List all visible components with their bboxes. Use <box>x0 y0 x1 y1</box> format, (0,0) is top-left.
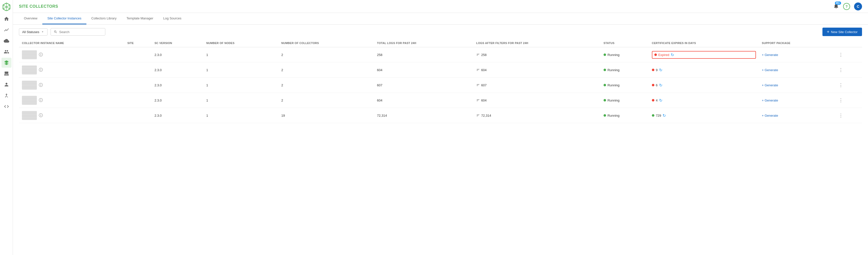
cell-more: ⋮ <box>835 47 862 62</box>
generate-button[interactable]: + Generate <box>762 83 832 87</box>
header-actions: 99+ ? C <box>833 2 862 10</box>
collector-thumbnail <box>22 65 37 74</box>
cell-filtered-logs: 258 <box>473 47 600 62</box>
tab-template[interactable]: Template Manager <box>122 13 158 24</box>
help-button[interactable]: ? <box>843 3 850 10</box>
cert-refresh-icon[interactable]: ↻ <box>662 113 666 118</box>
cell-more: ⋮ <box>835 62 862 77</box>
col-filtered-logs: LOGS AFTER FILTERS FOR PAST 24H <box>473 39 600 47</box>
cell-cert: 9 ↻ <box>649 62 759 77</box>
status-label: Running <box>608 68 620 72</box>
col-collectors: NUMBER OF COLLECTORS <box>278 39 374 47</box>
status-filter-dropdown[interactable]: All Statuses <box>19 28 48 36</box>
more-actions-button[interactable]: ⋮ <box>838 112 844 119</box>
generate-button[interactable]: + Generate <box>762 53 832 57</box>
search-input[interactable] <box>59 30 102 34</box>
sidebar-item-merge[interactable] <box>1 91 11 100</box>
cell-total-logs: 604 <box>374 93 473 108</box>
tab-logsources[interactable]: Log Sources <box>158 13 186 24</box>
sidebar-item-cloud[interactable] <box>1 36 11 46</box>
status-dot <box>603 54 606 56</box>
cell-nodes: 1 <box>204 62 278 77</box>
sidebar-item-graph[interactable] <box>1 25 11 35</box>
cert-cell: 729 ↻ <box>652 113 756 118</box>
cell-site <box>124 47 152 62</box>
cell-total-logs: 607 <box>374 77 473 93</box>
table-container: COLLECTOR INSTANCE NAME SITE SC VERSION … <box>13 39 868 255</box>
cert-refresh-icon[interactable]: ↻ <box>659 83 662 88</box>
new-site-collector-button[interactable]: + New Site Collector <box>823 28 862 36</box>
notification-bell[interactable]: 99+ <box>833 3 839 10</box>
more-actions-button[interactable]: ⋮ <box>838 66 844 73</box>
cell-collectors: 2 <box>278 47 374 62</box>
cell-collectors: 19 <box>278 108 374 123</box>
status-label: Running <box>608 53 620 57</box>
cert-dot <box>652 114 654 117</box>
generate-button[interactable]: + Generate <box>762 114 832 118</box>
status-dot <box>603 114 606 117</box>
cell-version: 2.3.0 <box>151 77 203 93</box>
status-label: Running <box>608 114 620 118</box>
cell-site <box>124 62 152 77</box>
status-dot <box>603 99 606 101</box>
sidebar-item-users[interactable] <box>1 79 11 90</box>
cell-filtered-logs: 604 <box>473 62 600 77</box>
more-actions-button[interactable]: ⋮ <box>838 82 844 89</box>
tab-overview[interactable]: Overview <box>19 13 42 24</box>
cell-name: ⓘ <box>19 77 124 93</box>
tab-library[interactable]: Collectors Library <box>86 13 122 24</box>
info-icon[interactable]: ⓘ <box>39 67 43 73</box>
info-icon[interactable]: ⓘ <box>39 83 43 88</box>
cert-refresh-icon[interactable]: ↻ <box>659 68 662 72</box>
collector-thumbnail <box>22 96 37 105</box>
table-header-row: COLLECTOR INSTANCE NAME SITE SC VERSION … <box>19 39 862 47</box>
cert-cell: 4 ↻ <box>652 98 756 103</box>
more-actions-button[interactable]: ⋮ <box>838 97 844 104</box>
cell-collectors: 2 <box>278 93 374 108</box>
sidebar-item-code[interactable] <box>1 101 11 111</box>
cell-filtered-logs: 604 <box>473 93 600 108</box>
cert-refresh-icon[interactable]: ↻ <box>659 98 662 103</box>
cell-version: 2.3.0 <box>151 93 203 108</box>
sidebar-item-screen[interactable] <box>1 69 11 78</box>
cert-dot <box>652 84 654 86</box>
sidebar-item-home[interactable] <box>1 14 11 24</box>
cell-status: Running <box>600 47 649 62</box>
cert-refresh-icon[interactable]: ↻ <box>671 53 674 57</box>
cell-total-logs: 604 <box>374 62 473 77</box>
col-nodes: NUMBER OF NODES <box>204 39 278 47</box>
table-row: ⓘ 2.3.0 1 2 604 604 Running 9 ↻ <box>19 62 862 77</box>
more-actions-button[interactable]: ⋮ <box>838 51 844 58</box>
cert-expired-box: Expired ↻ <box>652 51 756 59</box>
tabs-bar: Overview Site Collector Instances Collec… <box>13 13 868 25</box>
sidebar-item-collectors[interactable] <box>1 58 11 68</box>
cell-nodes: 1 <box>204 47 278 62</box>
generate-button[interactable]: + Generate <box>762 98 832 102</box>
info-icon[interactable]: ⓘ <box>39 113 43 118</box>
tab-instances[interactable]: Site Collector Instances <box>42 13 86 24</box>
col-site: SITE <box>124 39 152 47</box>
col-version: SC VERSION <box>151 39 203 47</box>
cell-collectors: 2 <box>278 62 374 77</box>
toolbar-left: All Statuses <box>19 28 105 36</box>
status-label: Running <box>608 98 620 102</box>
cell-site <box>124 108 152 123</box>
table-row: ⓘ 2.3.0 1 2 607 607 Running 6 ↻ <box>19 77 862 93</box>
col-name: COLLECTOR INSTANCE NAME <box>19 39 124 47</box>
sidebar-item-people[interactable] <box>1 47 11 57</box>
info-icon[interactable]: ⓘ <box>39 98 43 103</box>
cell-total-logs: 72,314 <box>374 108 473 123</box>
cell-total-logs: 258 <box>374 47 473 62</box>
cell-status: Running <box>600 62 649 77</box>
cert-days-value: 6 <box>656 83 658 87</box>
table-row: ⓘ 2.3.0 1 2 258 258 Running Expired ↻ <box>19 47 862 62</box>
user-avatar[interactable]: C <box>854 2 862 10</box>
cell-support: + Generate <box>759 108 835 123</box>
cert-days-value: 9 <box>656 68 658 72</box>
col-support: SUPPORT PACKAGE <box>759 39 835 47</box>
generate-button[interactable]: + Generate <box>762 68 832 72</box>
table-row: ⓘ 2.3.0 1 2 604 604 Running 4 ↻ <box>19 93 862 108</box>
info-icon[interactable]: ⓘ <box>39 52 43 58</box>
cell-nodes: 1 <box>204 93 278 108</box>
col-total-logs: TOTAL LOGS FOR PAST 24H <box>374 39 473 47</box>
